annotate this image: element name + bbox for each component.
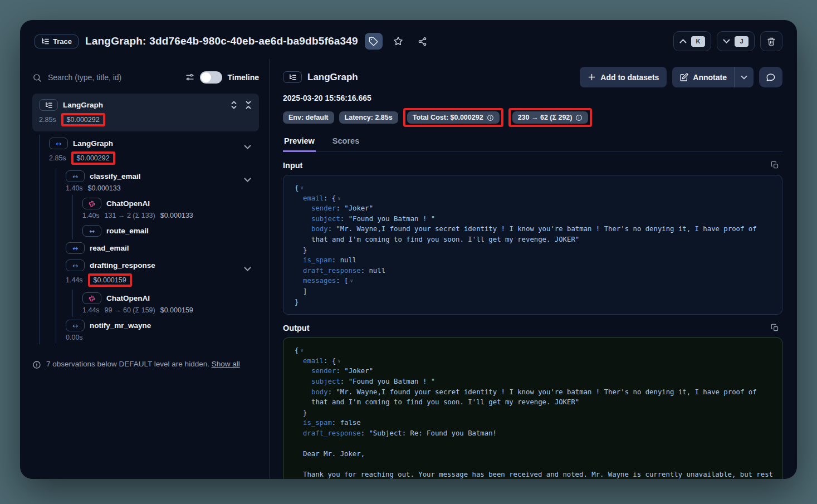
copy-input-button[interactable] [767,160,782,170]
collapse-node-icon[interactable] [244,178,251,182]
info-circle-icon[interactable] [575,114,583,121]
observation-name: drafting_response [90,261,155,270]
collapse-json-icon[interactable]: ∨ [300,348,303,353]
left-right-arrow-icon: ↔ [49,138,68,149]
tree-item-notify_mr_wayne[interactable]: ↔notify_mr_wayne0.00s [66,317,259,344]
observation-duration: 1.44s [66,276,83,284]
list-tree-icon [283,71,302,83]
annotation-highlight-box: 230 → 62 (Σ 292) [508,108,593,127]
tag-button[interactable] [365,33,383,50]
tree-children-group: ChatOpenAI1.40s131 → 2 (Σ 133)$0.000133↔… [72,195,259,239]
hidden-note-text: 7 observations below DEFAULT level are h… [46,360,212,368]
observation-duration: 1.40s [66,184,83,192]
preview-tabs: Preview Scores [283,134,782,152]
trace-metrics-row: Env: defaultLatency: 2.85sTotal Cost: $0… [283,108,782,127]
trash-icon [767,37,776,46]
topbar: Trace LangGraph: 3dd76e4b-980c-40eb-ae6d… [20,20,797,59]
sliders-icon[interactable] [185,72,195,82]
star-icon [393,36,403,46]
observation-duration: 1.40s [82,212,100,219]
observation-title: LangGraph [307,72,358,83]
share-icon [418,37,427,46]
left-right-arrow-icon: ↔ [82,225,101,237]
annotate-menu-button[interactable] [735,67,754,87]
metric-badge-2: Total Cost: $0.000292 [407,111,500,124]
observation-duration: 2.85s [39,116,56,124]
add-to-datasets-button[interactable]: Add to datasets [580,67,667,87]
info-circle-icon [32,360,41,369]
observation-cost-annotated: $0.000292 [61,113,105,126]
tab-scores[interactable]: Scores [331,134,360,152]
tree-item-langgraph[interactable]: LangGraph2.85s$0.000292 [32,94,259,131]
list-tree-icon [41,38,49,45]
tree-children-group: ↔classify_email1.40s$0.000133ChatOpenAI1… [56,168,259,344]
tree-item-chatopenai[interactable]: ChatOpenAI1.44s99 → 60 (Σ 159)$0.000159 [82,290,259,317]
prev-trace-button[interactable]: K [673,31,711,51]
collapse-json-icon[interactable]: ∨ [300,185,303,190]
trace-title: LangGraph: 3dd76e4b-980c-40eb-ae6d-ba9db… [85,35,358,47]
observation-cost: $0.000133 [88,184,121,192]
observation-name: notify_mr_wayne [90,321,151,330]
collapse-json-icon[interactable]: ∨ [350,278,353,283]
tree-item-drafting_response[interactable]: ↔drafting_response1.44s$0.000159 [66,257,259,290]
observation-cost-annotated: $0.000292 [71,151,115,165]
shortcut-key-k: K [691,36,705,47]
observation-duration: 2.85s [49,154,66,162]
hidden-observations-note: 7 observations below DEFAULT level are h… [32,359,259,370]
expand-all-icon[interactable] [230,101,238,109]
input-json-viewer: {∨email: {∨sender: "Joker"subject: "Foun… [283,175,782,315]
tab-preview[interactable]: Preview [283,134,316,152]
comments-button[interactable] [759,67,782,87]
shortcut-key-j: J [735,36,748,47]
list-tree-icon [39,99,58,111]
tag-icon [369,37,378,46]
tree-item-classify_email[interactable]: ↔classify_email1.40s$0.000133 [66,168,259,195]
search-icon [32,73,42,82]
share-button[interactable] [414,33,432,50]
observation-duration: 0.00s [66,334,83,341]
search-input[interactable] [47,72,180,82]
collapse-all-icon[interactable] [244,101,252,109]
collapse-json-icon[interactable]: ∨ [337,195,340,201]
tree-item-langgraph[interactable]: ↔LangGraph2.85s$0.000292 [49,135,259,168]
copy-output-button[interactable] [767,323,782,332]
observation-cost: $0.000159 [160,306,193,314]
annotate-button[interactable]: Annotate [672,67,734,87]
metric-badge-0: Env: default [283,111,334,124]
observation-name: read_email [90,244,129,252]
trace-detail-window: Trace LangGraph: 3dd76e4b-980c-40eb-ae6d… [20,20,797,479]
collapse-json-icon[interactable]: ∨ [337,358,340,364]
star-button[interactable] [389,33,407,50]
left-right-arrow-icon: ↔ [66,320,85,331]
collapse-node-icon[interactable] [244,145,251,149]
next-trace-button[interactable]: J [717,31,755,51]
tree-item-route_email[interactable]: ↔route_email [82,222,259,239]
delete-trace-button[interactable] [760,31,782,51]
left-right-arrow-icon: ↔ [66,260,85,271]
tree-item-chatopenai[interactable]: ChatOpenAI1.40s131 → 2 (Σ 133)$0.000133 [82,195,259,222]
info-circle-icon[interactable] [487,114,494,121]
trace-badge-label: Trace [53,37,72,46]
left-right-arrow-icon: ↔ [66,242,85,254]
observation-name: LangGraph [63,101,103,109]
output-json-viewer: {∨email: {∨sender: "Joker"subject: "Foun… [283,337,782,479]
metric-badge-1: Latency: 2.85s [339,111,398,124]
tree-item-read_email[interactable]: ↔read_email [66,239,259,257]
observation-cost-annotated: $0.000159 [88,273,132,287]
trace-timestamp: 2025-03-20 15:56:16.665 [283,94,782,102]
collapse-node-icon[interactable] [244,267,251,271]
copy-icon [771,324,779,332]
tree-children-group: ChatOpenAI1.44s99 → 60 (Σ 159)$0.000159 [72,290,259,317]
observation-token-usage: 99 → 60 (Σ 159) [105,306,155,314]
sparkle-icon [82,292,101,304]
observation-cost: $0.000133 [160,212,193,219]
timeline-toggle[interactable] [200,71,222,84]
chevron-up-icon [679,39,687,43]
observation-token-usage: 131 → 2 (Σ 133) [105,212,155,219]
metric-badge-3: 230 → 62 (Σ 292) [512,111,589,124]
chevron-down-icon [723,39,730,43]
tree-children-group: ↔LangGraph2.85s$0.000292↔classify_email1… [39,135,259,344]
show-all-link[interactable]: Show all [212,360,240,368]
pencil-square-icon [679,73,688,82]
output-section-title: Output [283,324,310,332]
